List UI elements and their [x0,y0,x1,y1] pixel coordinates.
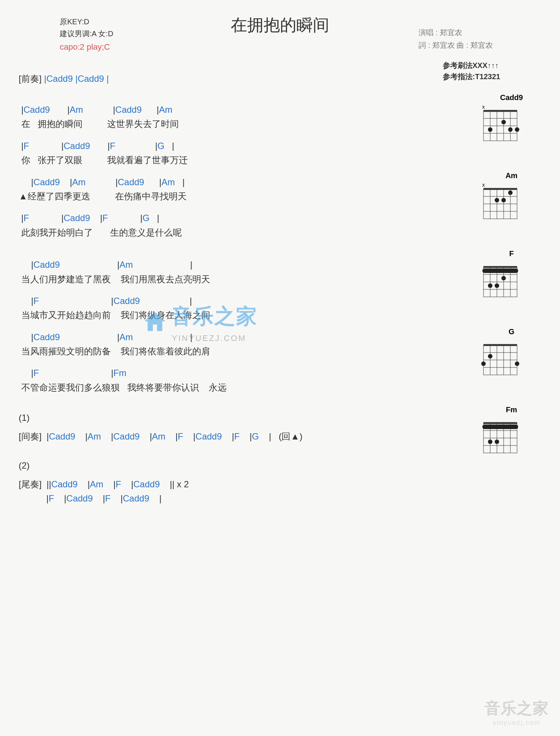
interlude-line: [间奏] |Cadd9 |Am |Cadd9 |Am |F |Cadd9 |F … [19,431,455,442]
credits-block: 演唱 : 郑宜农 詞 : 郑宜农 曲 : 郑宜农 [419,26,493,52]
svg-text:x: x [482,104,485,110]
chord-diagram-g: G [478,327,545,379]
chorus-line2: |F |Cadd9 | 当城市又开始趋趋向前 我们将纵身在人海之间 [19,294,455,323]
outro-label: [尾奏] [19,479,41,489]
original-key: 原KEY:D [60,16,113,28]
svg-point-10 [488,127,492,132]
chord-diagram-column: Cadd9 x Am x F [478,93,545,484]
intro-label: [前奏] [19,74,41,84]
fretboard-icon: x [478,104,523,145]
header: 在拥抱的瞬间 原KEY:D 建议男调:A 女:D capo:2 play;C 演… [15,11,545,67]
outro-line-2: |F |Cadd9 |F |Cadd9 | [19,493,455,504]
lyric: 此刻我开始明白了 生的意义是什么呢 [19,226,455,240]
chord-diagram-am: Am x [478,171,545,223]
svg-point-39 [501,276,506,280]
suggested-key: 建议男调:A 女:D [60,28,113,40]
verse1-line3: |Cadd9 |Am |Cadd9 |Am | ▲经歷了四季更迭 在伤痛中寻找明… [19,175,455,204]
svg-rect-36 [482,268,518,273]
lyric: 当风雨摧毁文明的防备 我们将依靠着彼此的肩 [19,344,455,358]
svg-rect-61 [482,425,518,429]
sheet-content: [前奏] |Cadd9 |Cadd9 | |Cadd9 |Am |Cadd9 |… [15,67,545,504]
fretboard-icon [478,260,523,301]
lyric: 当人们用梦建造了黑夜 我们用黑夜去点亮明天 [19,272,455,286]
watermark-corner: 音乐之家 yinyuezj.com [485,698,549,727]
lyric: 你 张开了双眼 我就看遍了世事万迁 [19,153,455,167]
lyric: ▲经歷了四季更迭 在伤痛中寻找明天 [19,189,455,204]
verse1-line4: |F |Cadd9 |F |G | 此刻我开始明白了 生的意义是什么呢 [19,211,455,240]
play-info: 参考刷法XXX↑↑↑ 参考指法:T12321 [443,60,501,82]
verse1-line1: |Cadd9 |Am |Cadd9 |Am 在 拥抱的瞬间 这世界失去了时间 [19,103,455,131]
watermark-corner-url: yinyuezj.com [485,719,549,727]
fretboard-icon [478,416,523,457]
section-num-2: (2) [19,460,455,471]
strum-pattern: 参考刷法XXX↑↑↑ [443,60,501,71]
finger-pattern: 参考指法:T12321 [443,71,501,82]
chorus-line1: |Cadd9 |Am | 当人们用梦建造了黑夜 我们用黑夜去点亮明天 [19,258,455,286]
outro-line-1: [尾奏] ||Cadd9 |Am |F |Cadd9 || x 2 [19,478,455,490]
verse1-line2: |F |Cadd9 |F |G | 你 张开了双眼 我就看遍了世事万迁 [19,139,455,168]
svg-point-12 [508,127,513,132]
svg-point-62 [488,440,492,444]
chorus-line4: |F |Fm 不管命运要我们多么狼狈 我终将要带你认识 永远 [19,366,455,395]
svg-point-50 [488,354,492,358]
credits: 詞 : 郑宜农 曲 : 郑宜农 [419,39,493,52]
section-num-1: (1) [19,413,455,423]
svg-point-24 [495,198,499,202]
lyric: 当城市又开始趋趋向前 我们将纵身在人海之间 [19,308,455,322]
svg-point-13 [515,127,519,132]
capo-info: capo:2 play;C [60,40,113,53]
lyric: 不管命运要我们多么狼狈 我终将要带你认识 永远 [19,381,455,395]
interlude-label: [间奏] [19,431,41,441]
chord-diagram-f: F [478,249,545,301]
svg-text:x: x [482,182,485,188]
svg-point-51 [515,361,519,366]
singer: 演唱 : 郑宜农 [419,26,493,39]
svg-point-38 [495,283,499,288]
svg-point-11 [501,120,506,124]
key-info-block: 原KEY:D 建议男调:A 女:D capo:2 play;C [60,16,113,53]
svg-point-49 [481,361,486,366]
svg-point-63 [495,440,499,444]
lyric: 在 拥抱的瞬间 这世界失去了时间 [19,117,455,131]
intro-chords: |Cadd9 |Cadd9 | [44,74,109,84]
intro-line: [前奏] |Cadd9 |Cadd9 | [19,73,455,85]
svg-point-26 [508,190,513,195]
svg-point-25 [501,198,506,202]
chord-diagram-cadd9: Cadd9 x [478,93,545,145]
chord-diagram-fm: Fm [478,406,545,457]
chorus-line3: |Cadd9 |Am | 当风雨摧毁文明的防备 我们将依靠着彼此的肩 [19,330,455,359]
fretboard-icon [478,338,523,379]
fretboard-icon: x [478,182,523,223]
watermark-corner-name: 音乐之家 [485,698,549,719]
svg-point-37 [488,283,492,288]
